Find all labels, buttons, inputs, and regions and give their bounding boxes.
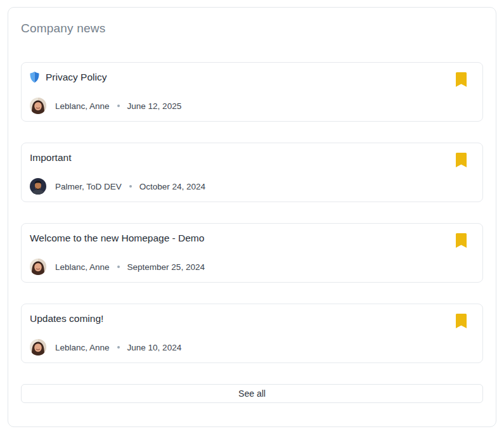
news-item-title: Privacy Policy xyxy=(46,71,107,84)
author-name: Leblanc, Anne xyxy=(55,101,110,111)
avatar xyxy=(30,259,46,275)
news-item-title-row: Welcome to the new Homepage - Demo xyxy=(30,232,452,245)
news-item-title: Updates coming! xyxy=(30,312,103,325)
publish-date: October 24, 2024 xyxy=(139,182,205,191)
separator-dot-icon xyxy=(117,266,120,268)
avatar xyxy=(30,98,46,114)
news-item-title-row: Updates coming! xyxy=(30,312,452,325)
card-title: Company news xyxy=(21,21,483,36)
news-item-title: Welcome to the new Homepage - Demo xyxy=(30,232,204,245)
separator-dot-icon xyxy=(129,185,132,188)
author-name: Palmer, ToD DEV xyxy=(55,182,122,191)
avatar xyxy=(30,178,46,195)
news-item-meta: Palmer, ToD DEV October 24, 2024 xyxy=(30,178,452,195)
shield-icon xyxy=(30,72,39,83)
news-list: Privacy Policy Le xyxy=(21,62,483,363)
publish-date: June 12, 2025 xyxy=(127,101,182,111)
news-item-meta: Leblanc, Anne June 12, 2025 xyxy=(30,98,452,114)
separator-dot-icon xyxy=(117,105,120,107)
news-item[interactable]: Updates coming! L xyxy=(21,304,483,363)
news-item[interactable]: Welcome to the new Homepage - Demo xyxy=(21,223,483,283)
news-item-title-row: Important xyxy=(30,151,452,164)
bookmark-icon[interactable] xyxy=(456,72,467,87)
news-item[interactable]: Important Palmer, ToD DEV xyxy=(21,143,483,202)
see-all-button[interactable]: See all xyxy=(21,384,483,403)
bookmark-icon[interactable] xyxy=(456,233,467,248)
news-item-meta: Leblanc, Anne June 10, 2024 xyxy=(30,339,452,356)
publish-date: June 10, 2024 xyxy=(127,343,182,352)
avatar xyxy=(30,339,46,356)
news-item-title-row: Privacy Policy xyxy=(30,71,452,84)
news-item[interactable]: Privacy Policy Le xyxy=(21,62,483,122)
company-news-card: Company news Privacy Policy xyxy=(8,7,496,427)
publish-date: September 25, 2024 xyxy=(127,262,205,272)
bookmark-icon[interactable] xyxy=(456,314,467,328)
separator-dot-icon xyxy=(117,346,120,349)
author-name: Leblanc, Anne xyxy=(55,262,110,272)
bookmark-icon[interactable] xyxy=(456,153,467,167)
author-name: Leblanc, Anne xyxy=(55,343,110,352)
news-item-meta: Leblanc, Anne September 25, 2024 xyxy=(30,259,452,275)
news-item-title: Important xyxy=(30,151,71,164)
